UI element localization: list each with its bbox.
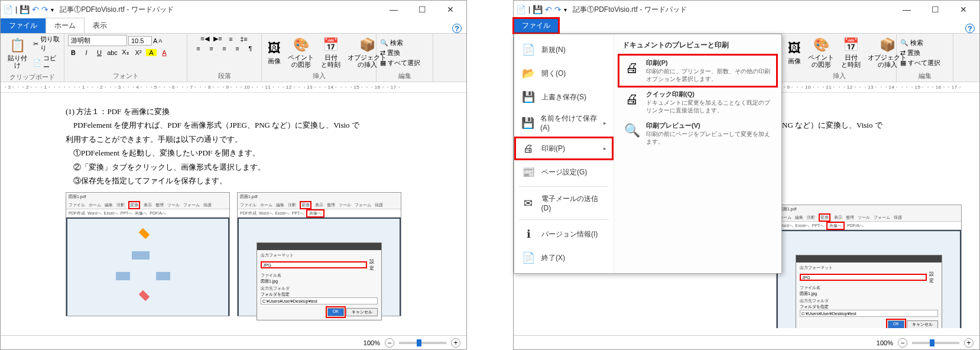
close-button[interactable]: ✕ <box>955 5 972 14</box>
saveas-icon: 💾 <box>521 116 534 130</box>
group-edit-label: 編集 <box>380 70 429 80</box>
font-name-select[interactable]: 游明朝 <box>68 35 127 46</box>
close-button[interactable]: ✕ <box>442 5 459 14</box>
quick-print-option[interactable]: 🖨 クイック印刷(Q) ドキュメントに変更を加えることなく既定のプリンターに直接… <box>619 86 777 118</box>
zoom-slider[interactable] <box>399 342 446 344</box>
line-spacing-icon[interactable]: ‡≡ <box>239 35 249 43</box>
doc-line-5: ②「変換」タブをクリックし、画像形式を選択します。 <box>66 160 401 174</box>
dialog-ok-button: OK <box>327 308 344 316</box>
zoom-in-button[interactable]: + <box>451 338 460 348</box>
paste-button[interactable]: 📋 貼り付け <box>4 37 31 70</box>
doc-line-3: 利用することができます。手順は以下の通りです。 <box>66 132 401 146</box>
dec-indent-icon[interactable]: ≡◀ <box>200 35 210 43</box>
replace-button[interactable]: ⇄置換 <box>900 48 940 57</box>
doc-line-6: ③保存先を指定してファイルを保存します。 <box>66 174 401 187</box>
file-print-highlighted[interactable]: 🖨印刷(P)▸ <box>514 137 614 160</box>
insert-image-button[interactable]: 🖼画像 <box>786 40 803 66</box>
file-open[interactable]: 📂開く(O) <box>514 61 614 85</box>
new-doc-icon: 📄 <box>521 43 536 57</box>
insert-paint-button[interactable]: 🎨ペイント の図形 <box>806 36 836 69</box>
folder-open-icon: 📂 <box>521 66 536 80</box>
save-icon[interactable]: 💾 <box>20 5 30 14</box>
underline-button[interactable]: U <box>94 49 105 56</box>
find-button[interactable]: 🔍検索 <box>380 38 420 47</box>
help-icon[interactable]: ? <box>965 24 975 33</box>
print-option-highlighted[interactable]: 🖨 印刷(P) 印刷の前に、プリンター、部数、その他の印刷オプションを選択します… <box>619 55 777 86</box>
file-saveas[interactable]: 💾名前を付けて保存(A)▸ <box>514 109 614 137</box>
qat-dropdown-icon[interactable]: ▾ <box>564 7 567 13</box>
zoom-out-button[interactable]: − <box>898 338 907 348</box>
zoom-slider[interactable] <box>912 342 959 344</box>
emb1-convert-tab: 変換 <box>128 201 140 209</box>
insert-date-button[interactable]: 📅日付 と時刻 <box>319 36 343 69</box>
emb2-title: 図面1.pdf <box>240 194 258 200</box>
object-icon: 📦 <box>359 37 375 53</box>
tab-file[interactable]: ファイル <box>1 18 46 33</box>
replace-button[interactable]: ⇄置換 <box>380 48 420 57</box>
zoom-out-button[interactable]: − <box>385 338 394 348</box>
justify-icon[interactable]: ≡ <box>232 45 243 52</box>
inc-indent-icon[interactable]: ▶≡ <box>213 35 223 43</box>
tab-home[interactable]: ホーム <box>46 18 85 33</box>
para-btn-icon[interactable]: ¶ <box>245 45 256 52</box>
select-all-button[interactable]: ▦すべて選択 <box>900 59 940 67</box>
zoom-label: 100% <box>877 339 893 346</box>
zoom-in-button[interactable]: + <box>964 338 973 348</box>
align-left-icon[interactable]: ≡ <box>193 45 204 52</box>
embedded-screenshot-2-r: 図面1.pdf ホーム 編集 注釈 変換 表示 整理 ツール フォーム 保護 W… <box>776 205 962 328</box>
minimize-button[interactable]: — <box>385 5 403 14</box>
align-right-icon[interactable]: ≡ <box>219 45 230 52</box>
font-color-button[interactable]: A <box>159 49 170 56</box>
maximize-button[interactable]: ☐ <box>926 5 944 14</box>
file-new[interactable]: 📄新規(N) <box>514 38 614 61</box>
copy-button[interactable]: 📄コピー <box>33 54 60 72</box>
window-title-r: 記事①PDFtoVisio.rtf - ワードパッド <box>573 5 686 15</box>
tab-file-highlighted[interactable]: ファイル <box>514 18 559 33</box>
qat-dropdown-icon[interactable]: ▾ <box>51 7 54 13</box>
insert-paint-button[interactable]: 🎨ペイント の図形 <box>285 36 316 69</box>
embedded-screenshot-1: 図面1.pdf ファイル ホーム 編集 注釈 変換 表示 整理 ツール フォーム… <box>66 192 230 316</box>
file-about[interactable]: ℹバージョン情報(I) <box>514 222 614 246</box>
insert-date-button[interactable]: 📅日付 と時刻 <box>839 36 863 69</box>
undo-icon[interactable]: ↶ <box>545 5 552 14</box>
redo-icon[interactable]: ↷ <box>41 5 48 14</box>
file-submenu-title: ドキュメントのプレビューと印刷 <box>619 39 777 55</box>
find-button[interactable]: 🔍検索 <box>900 38 940 47</box>
select-all-button[interactable]: ▦すべて選択 <box>380 59 420 67</box>
file-sendmail[interactable]: ✉電子メールの送信(D) <box>514 189 614 217</box>
superscript-button[interactable]: X² <box>133 49 144 56</box>
font-size-select[interactable]: 10.5 <box>128 36 152 46</box>
file-save[interactable]: 💾上書き保存(S) <box>514 85 614 109</box>
ribbon: 📋 貼り付け ✂切り取り 📄コピー クリップボード 游明朝 10.5 A A <box>1 34 466 82</box>
file-pagesetup[interactable]: 📰ページ設定(G) <box>514 160 614 184</box>
grow-font-icon[interactable]: A <box>153 37 157 44</box>
file-exit[interactable]: 📄終了(X) <box>514 246 614 270</box>
maximize-button[interactable]: ☐ <box>413 5 431 14</box>
redo-icon[interactable]: ↷ <box>554 5 562 14</box>
bullets-icon[interactable]: ≡ <box>226 35 236 43</box>
help-icon[interactable]: ? <box>452 24 462 33</box>
insert-image-button[interactable]: 🖼画像 <box>265 40 283 66</box>
italic-button[interactable]: I <box>81 49 92 56</box>
app-icon: 📄 <box>3 5 13 14</box>
shrink-font-icon[interactable]: A <box>158 38 162 44</box>
cut-button[interactable]: ✂切り取り <box>33 35 60 53</box>
undo-icon[interactable]: ↶ <box>32 5 39 14</box>
highlight-button[interactable]: A <box>146 49 157 56</box>
chevron-right-icon: ▸ <box>603 145 606 151</box>
tab-view[interactable]: 表示 <box>85 18 115 33</box>
strike-button[interactable]: abc <box>107 49 118 56</box>
minimize-button[interactable]: — <box>898 5 916 14</box>
group-clipboard-label: クリップボード <box>4 72 60 82</box>
align-center-icon[interactable]: ≡ <box>206 45 217 52</box>
mail-icon: ✉ <box>521 196 536 210</box>
subscript-button[interactable]: X₂ <box>120 48 131 56</box>
save-icon[interactable]: 💾 <box>533 5 543 14</box>
document-area[interactable]: (1) 方法１：PDF を画像に変換 PDFelement を使用すれば、PDF… <box>1 93 466 328</box>
bold-button[interactable]: B <box>68 49 79 56</box>
print-preview-option[interactable]: 🔍 印刷プレビュー(V) 印刷の前にページをプレビューして変更を加えます。 <box>619 118 777 149</box>
titlebar: 📄 | 💾 ↶ ↷ ▾ 記事①PDFtoVisio.rtf - ワードパッド —… <box>1 1 466 18</box>
menu-separator <box>519 219 609 220</box>
file-menu-right: ドキュメントのプレビューと印刷 🖨 印刷(P) 印刷の前に、プリンター、部数、そ… <box>614 34 781 273</box>
ruler[interactable]: ・3・・・2・・・1・・・・・・・1・・・2・・・3・・・4・・・5・・・6・・… <box>1 82 466 93</box>
